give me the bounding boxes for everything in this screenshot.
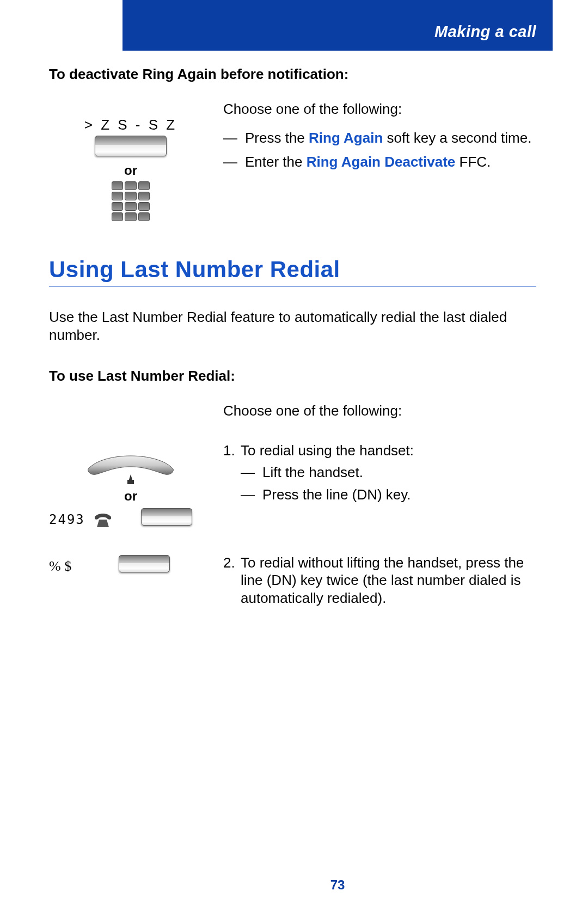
chapter-title: Making a call [434,23,536,41]
redial-intro: Use the Last Number Redial feature to au… [49,308,536,344]
line-key-button-icon [141,508,192,526]
dn-key-button-icon [119,555,170,572]
keyword-ring-again: Ring Again [309,130,383,146]
deactivate-heading: To deactivate Ring Again before notifica… [49,66,536,83]
redial-step1-row: or 2493 1. To redial using the handset: [49,442,536,532]
redial-choose-row: Choose one of the following: [49,402,536,420]
redial-step1-graphic: or 2493 [49,442,212,532]
line-number-label: 2493 [49,512,85,527]
svg-rect-0 [127,480,134,484]
handset-icon [82,454,180,485]
page-content: To deactivate Ring Again before notifica… [49,57,536,618]
redial-or-label: or [49,489,212,504]
deactivate-intro: Choose one of the following: [223,100,536,118]
redial-step1-text: 1. To redial using the handset: Lift the… [223,442,536,519]
deactivate-text-column: Choose one of the following: Press the R… [223,100,536,178]
keyword-ring-again-deactivate: Ring Again Deactivate [307,154,456,170]
section-rule [49,286,536,286]
deactivate-graphic-column: > Z S - S Z or [49,100,212,221]
manual-page: Making a call To deactivate Ring Again b… [0,0,588,909]
deactivate-row: > Z S - S Z or Choose one of the followi… [49,100,536,221]
softkey-label-text: > Z S - S Z [49,117,212,133]
keypad-icon [112,181,150,221]
redial-step1-sub-a: Lift the handset. [241,463,536,481]
page-number: 73 [122,877,553,893]
line-key-graphic: 2493 [49,507,212,532]
redial-subhead: To use Last Number Redial: [49,368,536,385]
redial-step2-text: 2. To redial without lifting the handset… [223,554,536,618]
redial-step2-row: % $ 2. To redial without lifting the han… [49,554,536,618]
deactivate-option-1: Press the Ring Again soft key a second t… [223,129,536,147]
dn-key-label: % $ [49,558,71,575]
deactivate-options: Press the Ring Again soft key a second t… [223,129,536,171]
redial-section-title: Using Last Number Redial [49,257,536,283]
deactivate-option-2: Enter the Ring Again Deactivate FFC. [223,153,536,171]
redial-choose-text: Choose one of the following: [223,402,536,420]
chapter-header: Making a call [122,0,553,51]
redial-step-1: 1. To redial using the handset: Lift the… [223,442,536,508]
phone-icon [93,511,113,528]
redial-step-2: 2. To redial without lifting the handset… [223,554,536,607]
redial-step1-sub-b: Press the line (DN) key. [241,486,536,504]
softkey-button-icon [95,136,167,156]
or-label: or [49,163,212,178]
redial-step2-graphic: % $ [49,554,212,579]
